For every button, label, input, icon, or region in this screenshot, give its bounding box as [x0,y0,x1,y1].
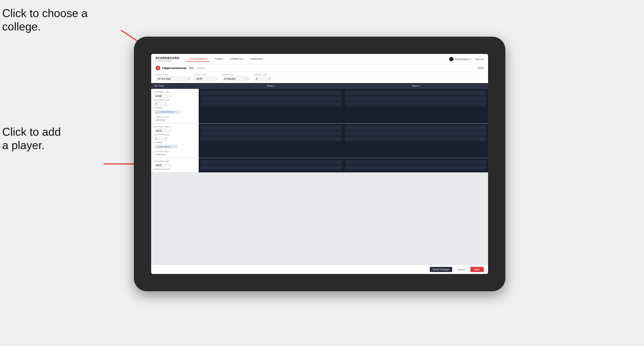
brand-sub: Powered by clippd [156,60,180,62]
starting-hole-label-2: STARTING HOLE: [154,134,196,136]
slot-5-2-x[interactable]: × [336,167,338,169]
group-1-actions: ○ Remove Group + Add Group [154,116,196,121]
start-type-select[interactable]: 1st Tee Start [156,76,190,81]
player-slot-4-1[interactable]: × ⋯ [345,125,486,130]
slot-5-1-x[interactable]: × [336,161,338,163]
slot-1-2-more[interactable]: ⋯ [338,98,340,100]
slot-2-2-more[interactable]: ⋯ [483,98,485,100]
course-remove-1[interactable]: × [175,111,177,113]
player-slot-2-1[interactable]: × ⋯ [345,91,486,95]
slot-2-3-remove[interactable]: × [481,103,482,105]
slot-6-2-dots[interactable]: ⋯ [483,167,485,169]
starting-time-row-3: ℹ [154,163,196,168]
player-slot-6-1[interactable]: × ⋯ [345,160,486,165]
start-type-label: Start Type [156,74,190,76]
group-size-label: Group Size [254,74,271,76]
start-type-select-wrap: 1st Tee Start [156,76,190,81]
slot-5-1-dots[interactable]: ⋯ [338,161,340,163]
start-time-label: Start Time [194,74,218,76]
hole-select-1[interactable]: 1 [154,102,167,106]
hole-select-2[interactable]: 1 [154,137,167,141]
player-slot-1-3[interactable]: × ⋯ [200,102,342,107]
slot-6-1-dots[interactable]: ⋯ [483,161,485,163]
team1-cell-1: × ⋯ × ⋯ × ⋯ [199,89,344,123]
start-time-input[interactable] [194,76,216,81]
slot-1-3-more[interactable]: ⋯ [338,103,340,105]
player-slot-4-3[interactable]: × ⋯ [345,137,486,141]
back-button[interactable]: ‹ Back [476,66,484,69]
starting-time-input-3[interactable] [154,163,169,168]
starting-time-input-2[interactable] [154,129,169,133]
starting-time-row-1: ℹ [154,94,196,98]
nav-teams[interactable]: TEAMS [211,56,226,62]
slot-4-1-x[interactable]: × [481,127,482,129]
starting-time-input-1[interactable] [154,94,169,98]
nav-rankings[interactable]: RANKINGS [248,56,266,62]
table-header: Tee Time Team 1 Team 2 [151,83,488,89]
starting-hole-row-1: 1 [154,102,196,106]
player-slot-2-3[interactable]: × ⋯ [345,102,486,107]
player-slot-1-2[interactable]: × ⋯ [200,96,342,101]
remove-group-btn-2[interactable]: ○ Remove Group [154,150,196,153]
reset-changes-button[interactable]: Reset Changes [430,267,452,272]
player-slot-2-2[interactable]: × ⋯ [345,96,486,101]
player-slot-3-1[interactable]: × ⋯ [200,125,342,130]
slot-4-3-dots[interactable]: ⋯ [483,138,485,140]
slot-3-3-dots[interactable]: ⋯ [338,138,340,140]
slot-2-1-more[interactable]: ⋯ [483,92,485,94]
intervals-select[interactable]: 10 Minutes [222,76,248,81]
nav-tournaments[interactable]: TOURNAMENTS [186,56,210,62]
remove-group-btn-1[interactable]: ○ Remove Group [154,116,196,118]
slot-3-1-dots[interactable]: ⋯ [338,127,340,129]
player-slot-1-1[interactable]: × ⋯ [200,91,342,95]
nav-committee[interactable]: COMMITTEE [226,56,247,62]
time-info-icon-3: ℹ [170,164,171,167]
start-time-field: Start Time ℹ [194,74,218,81]
cancel-button[interactable]: Cancel [454,267,468,272]
slot-3-2-dots[interactable]: ⋯ [338,132,340,134]
slot-2-3-more[interactable]: ⋯ [483,103,485,105]
app-footer: Reset Changes Cancel Save [151,265,488,274]
slot-2-1-remove[interactable]: × [481,92,482,94]
group-size-select[interactable]: 3 [254,76,271,81]
slot-1-1-remove[interactable]: × [336,92,338,94]
starting-time-label-2: STARTING TIME: [154,126,196,128]
table-row: STARTING TIME: ℹ STARTING HOLE: × ⋯ [151,158,488,173]
slot-3-3-x[interactable]: × [336,138,338,140]
tournament-tag: Men [188,67,195,69]
course-tag-row-2: ⛳ East Lake GC × ⋯ [154,144,196,149]
team2-cell-1: × ⋯ × ⋯ × ⋯ [344,89,488,123]
slot-1-1-more[interactable]: ⋯ [338,92,340,94]
tablet-shell: SCOREBOARD Powered by clippd TOURNAMENTS… [134,37,505,291]
slot-6-1-x[interactable]: × [481,161,482,163]
add-group-btn-2[interactable]: + Add Group [154,153,196,156]
course-edit-1[interactable]: ⋯ [177,111,180,113]
player-slot-5-1[interactable]: × ⋯ [200,160,342,165]
slot-5-2-dots[interactable]: ⋯ [338,167,340,169]
player-slot-3-2[interactable]: × ⋯ [200,131,342,136]
course-remove-2[interactable]: × [172,145,173,148]
course-edit-2[interactable]: ⋯ [174,145,176,148]
group-size-field: Group Size 3 [254,74,271,81]
slot-4-2-dots[interactable]: ⋯ [483,132,485,134]
slot-3-2-x[interactable]: × [336,132,338,134]
slot-4-1-dots[interactable]: ⋯ [483,127,485,129]
add-group-btn-1[interactable]: + Add Group [154,119,196,121]
slot-1-2-remove[interactable]: × [336,98,338,100]
course-name-1: (A) Peachtree GC [159,111,174,113]
player-slot-5-2[interactable]: × ⋯ [200,166,342,170]
save-button[interactable]: Save [470,267,484,272]
player-slot-4-2[interactable]: × ⋯ [345,131,486,136]
player-slot-6-2[interactable]: × ⋯ [345,166,486,170]
c-logo: C [156,66,160,70]
slot-2-2-remove[interactable]: × [481,98,482,100]
slot-6-2-x[interactable]: × [481,167,482,169]
slot-1-3-remove[interactable]: × [336,103,338,105]
start-time-info-icon: ℹ [217,78,218,80]
slot-3-1-x[interactable]: × [336,127,338,129]
slot-4-2-x[interactable]: × [481,132,482,134]
brand: SCOREBOARD Powered by clippd [156,56,180,62]
slot-4-3-x[interactable]: × [481,138,482,140]
sign-out-link[interactable]: Sign out [475,58,484,60]
player-slot-3-3[interactable]: × ⋯ [200,137,342,141]
